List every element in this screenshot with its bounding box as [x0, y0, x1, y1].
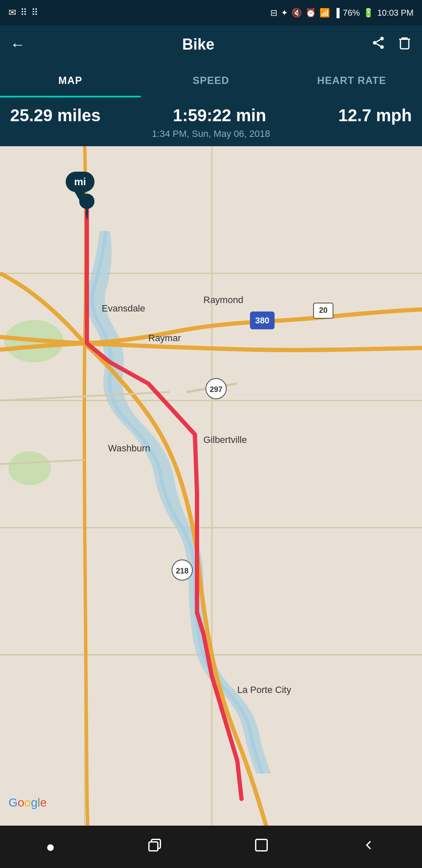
wifi-icon: 📶	[319, 8, 330, 18]
gmail-icon: ✉	[8, 7, 16, 18]
recent-apps-button[interactable]	[147, 837, 162, 856]
grid-icon: ⠿	[20, 7, 27, 18]
svg-text:Washburn: Washburn	[108, 443, 150, 453]
svg-text:297: 297	[210, 385, 222, 394]
stat-speed: 12.7 mph	[339, 106, 412, 125]
bluetooth-icon: ✦	[281, 8, 288, 18]
svg-text:La Porte City: La Porte City	[237, 684, 291, 695]
battery-icon: 🔋	[363, 8, 374, 18]
stats-bar: 25.29 miles 1:59:22 min 12.7 mph 1:34 PM…	[0, 97, 422, 146]
home-button[interactable]	[254, 837, 269, 857]
time-display: 10:03 PM	[377, 8, 414, 18]
stat-distance: 25.29 miles	[10, 106, 101, 125]
map-container[interactable]: 380 297 218 20 Evansdale Raymond Raymar …	[0, 146, 422, 858]
signal-icon: ▐	[333, 8, 339, 18]
share-button[interactable]	[371, 36, 386, 53]
page-title: Bike	[182, 36, 214, 53]
svg-rect-30	[256, 839, 267, 851]
map-svg: 380 297 218 20 Evansdale Raymond Raymar …	[0, 146, 422, 858]
sd-icon: ⊟	[270, 8, 278, 18]
google-logo: Google	[8, 796, 47, 810]
tab-map[interactable]: MAP	[0, 64, 141, 97]
nav-bar: ●	[0, 826, 422, 868]
svg-text:Gilbertville: Gilbertville	[203, 434, 247, 445]
svg-text:380: 380	[255, 316, 269, 325]
back-nav-button[interactable]	[361, 837, 376, 857]
svg-text:218: 218	[176, 567, 189, 575]
svg-text:20: 20	[319, 306, 328, 314]
stat-datetime: 1:34 PM, Sun, May 06, 2018	[10, 128, 412, 139]
mute-icon: 🔇	[292, 8, 302, 18]
header-actions	[371, 36, 412, 53]
delete-button[interactable]	[397, 36, 412, 53]
circle-nav-button[interactable]: ●	[46, 838, 55, 856]
svg-rect-29	[149, 842, 158, 851]
header: ← Bike	[0, 25, 422, 64]
svg-point-2	[380, 45, 384, 49]
google-g: G	[8, 796, 18, 809]
map-marker: mi	[66, 172, 94, 192]
status-bar: ✉ ⠿ ⠿ ⊟ ✦ 🔇 ⏰ 📶 ▐ 76% 🔋 10:03 PM	[0, 0, 422, 25]
tab-heart-rate[interactable]: HEART RATE	[281, 64, 422, 97]
svg-text:Raymond: Raymond	[203, 295, 243, 305]
svg-point-13	[8, 451, 51, 485]
marker-label: mi	[66, 172, 94, 192]
svg-text:Raymar: Raymar	[148, 333, 181, 343]
alarm-icon: ⏰	[305, 8, 316, 18]
svg-text:Evansdale: Evansdale	[102, 303, 145, 314]
svg-point-1	[373, 41, 377, 45]
svg-point-0	[380, 37, 384, 41]
back-button[interactable]: ←	[10, 36, 25, 53]
status-right-icons: ⊟ ✦ 🔇 ⏰ 📶 ▐ 76% 🔋 10:03 PM	[270, 8, 414, 18]
dots-icon: ⠿	[31, 7, 38, 18]
svg-line-4	[376, 39, 380, 42]
tab-speed[interactable]: SPEED	[141, 64, 281, 97]
status-left-icons: ✉ ⠿ ⠿	[8, 7, 38, 18]
battery-level: 76%	[343, 8, 360, 18]
stat-duration: 1:59:22 min	[173, 106, 266, 125]
tab-bar: MAP SPEED HEART RATE	[0, 64, 422, 97]
svg-rect-5	[0, 146, 422, 858]
svg-line-3	[376, 44, 380, 46]
